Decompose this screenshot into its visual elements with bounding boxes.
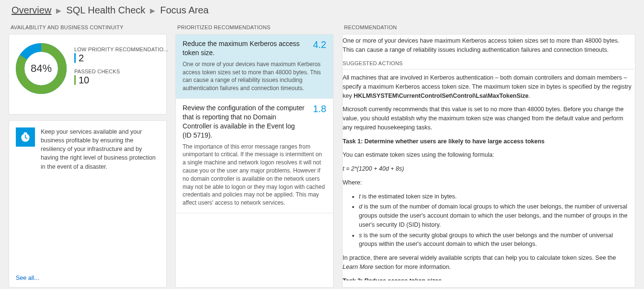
donut-percent: 84% — [15, 42, 68, 95]
availability-stats-card[interactable]: 84% LOW PRIORITY RECOMMENDATIO... 2 PASS… — [9, 34, 167, 115]
detail-p4: In practice, there are several widely av… — [343, 254, 634, 272]
detail-p1: All machines that are involved in Kerber… — [343, 73, 634, 100]
chevron-right-icon: ▶ — [56, 7, 61, 14]
rec-score: 1.8 — [313, 104, 326, 115]
low-priority-value: 2 — [74, 53, 168, 63]
breadcrumb-focus-area: Focus Area — [160, 5, 208, 16]
see-all-link[interactable]: See all... — [16, 275, 39, 281]
rec-title: Review the configuration of the computer… — [183, 104, 326, 140]
where-label: Where: — [343, 178, 634, 187]
availability-desc-card: Keep your services available and your bu… — [9, 120, 167, 288]
list-item: s is the sum of the security global grou… — [359, 231, 632, 249]
rec-score: 4.2 — [313, 39, 326, 50]
detail-p3: You can estimate token sizes using the f… — [343, 150, 634, 160]
recommendation-detail: One or more of your devices have maximum… — [342, 34, 635, 288]
detail-p2: Microsoft currently recommends that this… — [343, 105, 634, 132]
svg-rect-3 — [24, 132, 27, 134]
suggested-actions-label: SUGGESTED ACTIONS — [343, 59, 634, 68]
donut-chart: 84% — [15, 42, 68, 95]
availability-description: Keep your services available and your bu… — [41, 127, 160, 280]
col2-header: PRIORITIZED RECOMMENDATIONS — [175, 22, 334, 34]
task1-heading: Task 1: Determine whether users are like… — [343, 137, 634, 146]
divider — [343, 69, 634, 69]
recommendations-list: Reduce the maximum Kerberos access token… — [175, 34, 334, 288]
passed-value: 10 — [74, 75, 168, 85]
detail-intro: One or more of your devices have maximum… — [343, 36, 634, 55]
list-item: t is the estimated token size in bytes. — [359, 192, 632, 201]
clock-icon — [16, 127, 35, 147]
col3-header: RECOMMENDATION — [342, 22, 635, 34]
col1-header: AVAILABILITY AND BUSINESS CONTINUITY — [9, 22, 167, 34]
chevron-right-icon: ▶ — [150, 7, 155, 14]
rec-title: Reduce the maximum Kerberos access token… — [183, 39, 326, 58]
breadcrumb-overview[interactable]: Overview — [12, 5, 51, 16]
list-item: d is the sum of the number of domain loc… — [359, 202, 632, 229]
task2-heading: Task 2: Reduce access token sizes — [343, 277, 634, 281]
variable-list: t is the estimated token size in bytes. … — [343, 192, 634, 249]
recommendation-item[interactable]: Review the configuration of the computer… — [176, 99, 333, 213]
recommendation-item[interactable]: Reduce the maximum Kerberos access token… — [176, 35, 333, 99]
low-priority-label: LOW PRIORITY RECOMMENDATIO... — [74, 46, 168, 52]
breadcrumb-sql-health[interactable]: SQL Health Check — [66, 5, 145, 16]
passed-label: PASSED CHECKS — [74, 69, 168, 74]
breadcrumb: Overview ▶ SQL Health Check ▶ Focus Area — [0, 0, 644, 22]
rec-desc: One or more of your devices have maximum… — [183, 60, 326, 92]
rec-desc: The importance of this error message ran… — [183, 143, 326, 207]
formula: t = 2*(1200 + 40d + 8s) — [343, 164, 634, 173]
